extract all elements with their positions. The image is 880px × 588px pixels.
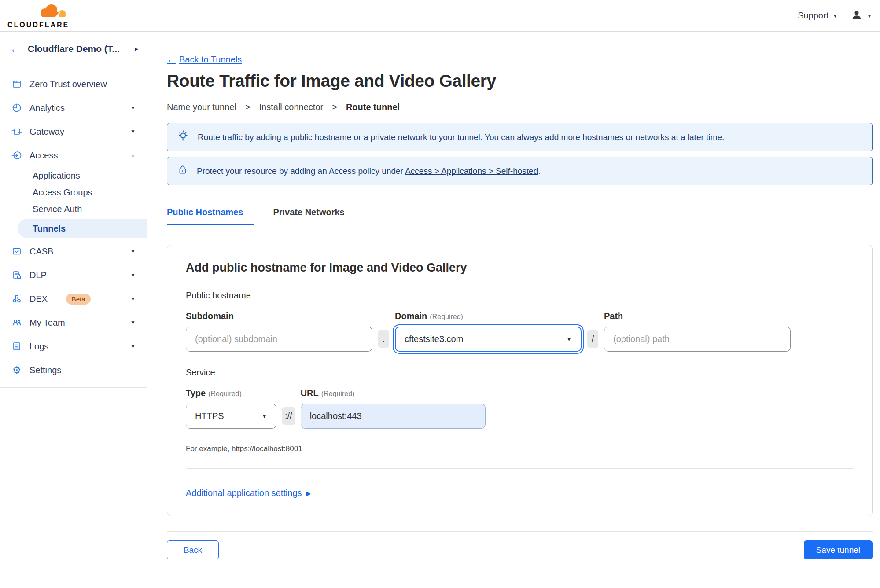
sidebar-item-label: Settings (29, 365, 136, 375)
step-route-tunnel: Route tunnel (346, 102, 400, 112)
required-hint: (Required) (208, 390, 242, 397)
service-url-input[interactable] (301, 404, 486, 429)
footer-actions: Back Save tunnel (167, 540, 873, 559)
page-title: Route Traffic for Image and Video Galler… (167, 71, 873, 91)
card-heading: Add public hostname for Image and Video … (186, 261, 854, 275)
back-button[interactable]: Back (167, 540, 219, 559)
banner-text: Protect your resource by adding an Acces… (197, 166, 541, 176)
sub-item-label: Tunnels (33, 224, 66, 234)
chevron-down-icon: ▼ (130, 343, 136, 349)
support-label: Support (798, 11, 828, 21)
triangle-right-icon: ▶ (306, 490, 311, 496)
chevron-down-icon: ▼ (130, 272, 136, 278)
sidebar-item-access[interactable]: Access ▲ (0, 143, 147, 167)
public-hostname-section-label: Public hostname (186, 290, 854, 301)
sidebar-item-gateway[interactable]: Gateway ▼ (0, 120, 147, 143)
chevron-down-icon: ▼ (566, 336, 572, 342)
sidebar-item-zero-trust-overview[interactable]: Zero Trust overview (0, 72, 147, 96)
cloudflare-cloud-icon (35, 2, 71, 22)
url-label: URL (301, 388, 319, 398)
subdomain-input[interactable] (186, 327, 372, 352)
sidebar-item-tunnels[interactable]: Tunnels (18, 219, 147, 238)
path-input[interactable] (604, 327, 791, 352)
sub-item-label: Access Groups (33, 187, 92, 198)
breadcrumb-separator: > (245, 102, 250, 112)
main-content: ← Back to Tunnels Route Traffic for Imag… (147, 32, 880, 588)
gear-icon: ⚙ (11, 365, 22, 375)
chevron-down-icon: ▼ (130, 320, 136, 326)
user-icon (851, 9, 862, 22)
sub-item-label: Service Auth (33, 204, 82, 214)
sidebar-item-label: DLP (29, 270, 123, 280)
sidebar-item-casb[interactable]: CASB ▼ (0, 239, 147, 263)
step-name-your-tunnel[interactable]: Name your tunnel (167, 102, 236, 112)
back-link-label: Back to Tunnels (179, 55, 242, 65)
chevron-down-icon: ▼ (261, 413, 267, 419)
sidebar-item-logs[interactable]: Logs ▼ (0, 334, 147, 358)
account-switcher[interactable]: ← Cloudflare Demo (T... ▸ (0, 32, 147, 66)
route-traffic-info-banner: Route traffic by adding a public hostnam… (167, 123, 873, 151)
sidebar-divider (0, 387, 147, 388)
back-arrow-icon[interactable]: ← (10, 43, 21, 55)
chevron-down-icon: ▼ (130, 296, 136, 302)
service-type-select[interactable]: HTTPS ▼ (186, 404, 276, 429)
sidebar-item-label: CASB (29, 246, 123, 257)
user-account-menu[interactable]: ▼ (851, 9, 872, 22)
service-type-selected-value: HTTPS (195, 411, 224, 421)
save-tunnel-button[interactable]: Save tunnel (804, 540, 873, 559)
beta-badge: Beta (66, 294, 91, 305)
cloudflare-logo[interactable]: CLOUDFLARE (7, 2, 71, 29)
sidebar-item-analytics[interactable]: Analytics ▼ (0, 96, 147, 120)
chevron-down-icon: ▼ (130, 248, 136, 254)
domain-select[interactable]: cftestsite3.com ▼ (395, 327, 582, 352)
slash-separator: / (587, 330, 598, 348)
card-divider (186, 468, 854, 469)
sidebar-item-label: Logs (29, 342, 123, 352)
access-applications-self-hosted-link[interactable]: Access > Applications > Self-hosted (405, 166, 538, 176)
tab-public-hostnames[interactable]: Public Hostnames (167, 207, 254, 225)
sidebar-item-dex[interactable]: DEX Beta ▼ (0, 287, 147, 311)
casb-icon (11, 246, 22, 257)
sidebar-item-dlp[interactable]: DLP ▼ (0, 263, 147, 287)
sub-item-label: Applications (33, 171, 80, 181)
banner-text: Route traffic by adding a public hostnam… (198, 132, 724, 142)
sidebar: ← Cloudflare Demo (T... ▸ Zero Trust ove… (0, 32, 147, 588)
dex-molecule-icon (11, 294, 22, 304)
tab-private-networks[interactable]: Private Networks (273, 207, 344, 225)
type-label: Type (186, 388, 206, 398)
team-people-icon (11, 317, 22, 328)
sidebar-item-my-team[interactable]: My Team ▼ (0, 311, 147, 334)
back-arrow-icon: ← (167, 55, 176, 65)
sidebar-item-applications[interactable]: Applications (0, 167, 147, 184)
subdomain-label: Subdomain (186, 311, 372, 321)
chevron-down-icon: ▼ (130, 105, 136, 111)
public-hostname-card: Add public hostname for Image and Video … (167, 245, 873, 516)
chevron-down-icon: ▼ (832, 13, 838, 18)
logs-document-icon (11, 341, 22, 352)
dlp-document-lock-icon (11, 270, 22, 280)
lightbulb-icon (177, 130, 189, 144)
footer-divider (167, 531, 873, 532)
sidebar-item-label: Zero Trust overview (29, 79, 136, 89)
sidebar-item-label: My Team (29, 318, 123, 328)
chevron-down-icon: ▼ (130, 129, 136, 135)
required-hint: (Required) (321, 390, 355, 397)
analytics-pie-icon (11, 103, 22, 113)
access-policy-banner: Protect your resource by adding an Acces… (167, 157, 873, 185)
back-to-tunnels-link[interactable]: ← Back to Tunnels (167, 55, 242, 65)
sidebar-item-label: Access (29, 151, 123, 161)
url-example-helper: For example, https://localhost:8001 (186, 445, 854, 453)
sidebar-item-label: Analytics (29, 103, 123, 113)
dot-separator: . (378, 330, 389, 348)
step-install-connector[interactable]: Install connector (259, 102, 324, 112)
additional-settings-label: Additional application settings (186, 488, 302, 498)
sidebar-item-service-auth[interactable]: Service Auth (0, 201, 147, 217)
overview-window-icon (11, 79, 22, 89)
additional-application-settings-toggle[interactable]: Additional application settings ▶ (186, 488, 311, 498)
sidebar-item-settings[interactable]: ⚙ Settings (0, 358, 147, 382)
breadcrumb-separator: > (332, 102, 337, 112)
chevron-right-icon: ▸ (135, 45, 138, 53)
sidebar-item-access-groups[interactable]: Access Groups (0, 184, 147, 201)
sidebar-item-label: DEX (29, 294, 54, 304)
support-menu[interactable]: Support ▼ (798, 11, 838, 21)
